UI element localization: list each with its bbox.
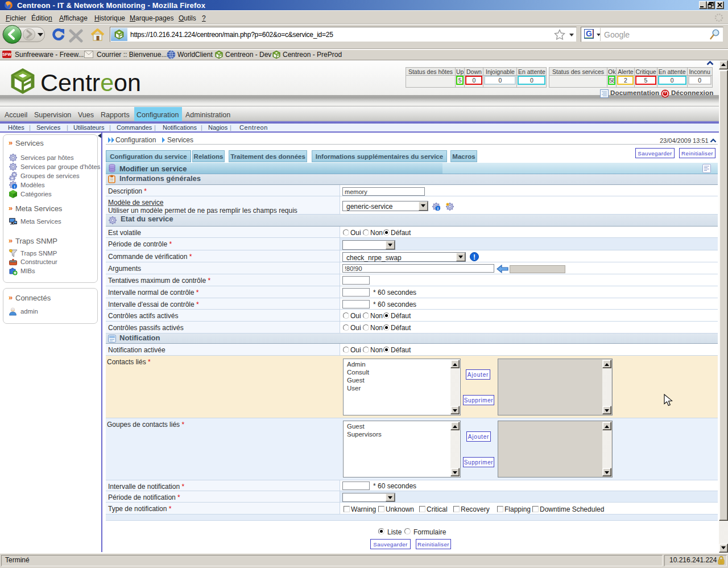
svg-text:!: ! — [473, 253, 475, 261]
svg-text:i: i — [437, 206, 439, 211]
svg-text:!: ! — [14, 184, 15, 190]
